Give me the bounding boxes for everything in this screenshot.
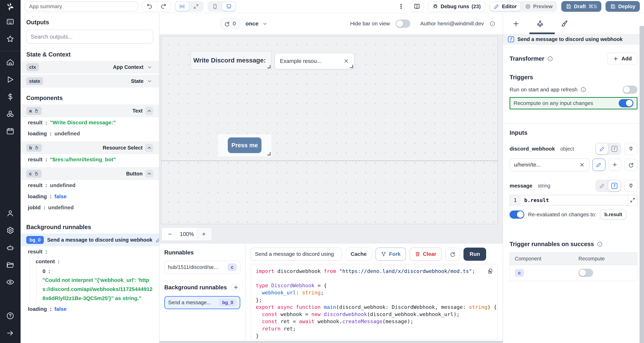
- info-icon[interactable]: [597, 241, 603, 247]
- undo-button[interactable]: [142, 2, 156, 11]
- vertical-scrollbar[interactable]: [640, 26, 644, 343]
- schedules-calendar-icon[interactable]: [6, 127, 14, 135]
- edit-pencil-icon[interactable]: [156, 237, 159, 243]
- component-row-a[interactable]: a Text: [20, 105, 159, 117]
- refresh-code-button[interactable]: [445, 248, 460, 261]
- resource-select-component[interactable]: Example resou...: [274, 53, 354, 69]
- variables-dollar-icon[interactable]: [6, 93, 14, 101]
- reeval-target-badge[interactable]: b.result: [600, 210, 626, 220]
- copy-code-icon[interactable]: [488, 268, 494, 274]
- schedule-dropdown[interactable]: once: [246, 20, 269, 28]
- fork-button[interactable]: Fork: [376, 248, 406, 261]
- info-icon[interactable]: [490, 21, 495, 27]
- press-me-button[interactable]: Press me: [228, 138, 262, 153]
- state-row[interactable]: state State: [20, 75, 159, 87]
- favorites-star-icon[interactable]: [6, 35, 14, 43]
- chevron-up-icon[interactable]: [145, 107, 153, 115]
- app-summary-input[interactable]: [24, 2, 138, 11]
- workers-robot-icon[interactable]: [6, 244, 14, 252]
- static-edit-pencil-button[interactable]: [596, 180, 608, 191]
- add-transformer-button[interactable]: Add: [607, 52, 638, 65]
- hide-bar-toggle[interactable]: [396, 20, 410, 28]
- info-icon[interactable]: [580, 87, 586, 92]
- tab-add-plus-icon[interactable]: [512, 20, 520, 28]
- recompute-row-toggle[interactable]: [578, 269, 593, 277]
- text-component[interactable]: Write Discord message:: [191, 51, 271, 69]
- deploy-button[interactable]: Deploy: [606, 1, 640, 12]
- chevron-up-icon[interactable]: [145, 170, 153, 178]
- connect-plug-button[interactable]: [624, 180, 638, 192]
- chevron-down-icon[interactable]: [146, 78, 154, 85]
- clear-x-icon[interactable]: [343, 58, 349, 64]
- resize-handle[interactable]: [267, 152, 270, 156]
- resize-handle[interactable]: [350, 65, 353, 68]
- add-background-runnable-button[interactable]: [231, 283, 240, 292]
- reeval-toggle[interactable]: [510, 210, 524, 219]
- component-row-c[interactable]: c Button: [20, 168, 159, 180]
- refresh-count-button[interactable]: 0: [220, 18, 240, 29]
- clear-button[interactable]: Clear: [410, 248, 442, 261]
- zoom-control: − 100% +: [162, 228, 212, 240]
- bg-runnable-item-selected[interactable]: Send a message... bg_0: [164, 296, 240, 309]
- expr-function-button[interactable]: f: [608, 180, 620, 191]
- mobile-view-toggle[interactable]: [208, 2, 222, 11]
- expand-editor-icon[interactable]: [628, 195, 638, 206]
- app-canvas[interactable]: Write Discord message: Example resou... …: [161, 36, 498, 224]
- fullscreen-icon[interactable]: [190, 2, 202, 11]
- component-id: a: [29, 108, 32, 114]
- audit-eye-icon[interactable]: [6, 278, 14, 286]
- ctx-row[interactable]: ctx App Context: [20, 61, 159, 74]
- help-question-icon[interactable]: [6, 312, 14, 320]
- docs-book-button[interactable]: [410, 1, 424, 12]
- tab-preview[interactable]: Preview: [521, 2, 556, 11]
- chevron-down-icon[interactable]: [146, 64, 154, 71]
- chevron-up-icon[interactable]: [145, 144, 153, 152]
- recompute-toggle[interactable]: [619, 99, 634, 107]
- resource-picker-input[interactable]: u/henri/te...: [510, 158, 589, 172]
- desktop-view-toggle[interactable]: [222, 2, 236, 11]
- users-icon[interactable]: [6, 209, 14, 217]
- component-row-b[interactable]: b Resource Select: [20, 142, 159, 154]
- edit-resource-pencil-button[interactable]: [592, 158, 606, 171]
- search-outputs-input[interactable]: [26, 30, 153, 44]
- info-icon[interactable]: [547, 56, 553, 62]
- section-divider: [503, 123, 644, 124]
- static-edit-pencil-button[interactable]: [596, 144, 608, 154]
- center-align-toggle[interactable]: [176, 2, 189, 11]
- runs-play-icon[interactable]: [6, 76, 14, 84]
- workspace-icon[interactable]: [6, 18, 14, 26]
- horizontal-scrollbar[interactable]: [159, 341, 503, 343]
- add-resource-button[interactable]: [608, 158, 621, 171]
- tab-components-diamonds-icon[interactable]: [536, 20, 544, 28]
- zoom-out-button[interactable]: −: [162, 228, 178, 240]
- resize-handle[interactable]: [267, 65, 270, 68]
- redo-button[interactable]: [156, 2, 170, 11]
- save-floppy-icon: [566, 4, 572, 10]
- draft-button[interactable]: Draft ⌘S: [561, 1, 602, 12]
- expr-function-button[interactable]: f: [608, 144, 620, 154]
- connect-plug-button[interactable]: [624, 143, 638, 155]
- code-editor[interactable]: import discordwebhook from "https://deno…: [250, 264, 498, 340]
- folders-icon[interactable]: [6, 261, 14, 269]
- settings-gear-icon[interactable]: [6, 226, 14, 234]
- debug-runs-button[interactable]: Debug runs (23): [428, 1, 485, 12]
- runnable-item[interactable]: hub/1511/discord/se... c: [164, 261, 240, 274]
- zoom-in-button[interactable]: +: [196, 228, 212, 240]
- home-icon[interactable]: [6, 58, 14, 66]
- bg0-row[interactable]: bg_0 Send a message to discord using web…: [20, 234, 159, 246]
- collapse-sidebar-arrow-icon[interactable]: [6, 329, 14, 337]
- windmill-logo[interactable]: [0, 0, 20, 13]
- more-menu-kebab-icon[interactable]: [396, 3, 406, 10]
- run-on-start-toggle[interactable]: [623, 86, 638, 94]
- resources-cubes-icon[interactable]: [6, 110, 14, 118]
- clear-x-icon[interactable]: [579, 162, 585, 168]
- cache-button[interactable]: Cache: [346, 248, 372, 261]
- tab-styling-brush-icon[interactable]: [560, 20, 568, 28]
- canvas-toolbar: 0 once Hide bar on view Author henri@win…: [159, 13, 503, 34]
- run-button[interactable]: Run: [464, 248, 486, 261]
- runnable-name-input[interactable]: [250, 248, 342, 261]
- message-expression-editor[interactable]: 1 b.result: [510, 195, 638, 206]
- refresh-resource-button[interactable]: [624, 158, 638, 171]
- refresh-icon: [224, 21, 230, 27]
- tab-editor[interactable]: Editor: [490, 2, 520, 11]
